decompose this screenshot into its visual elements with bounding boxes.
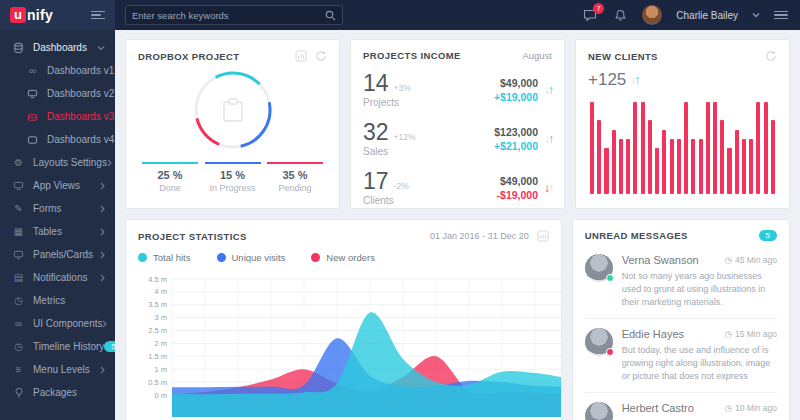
sender-name: Eddie Hayes <box>622 328 684 340</box>
income-delta: +$19,000 <box>494 91 538 103</box>
clock-icon: ◷ <box>12 295 25 306</box>
bar <box>612 130 616 194</box>
sidebar-item-dashboards-v4[interactable]: Dashboards v4 <box>0 128 115 151</box>
user-avatar[interactable] <box>642 7 662 23</box>
sidebar-item-timeline-history[interactable]: ◷ Timeline History 5 <box>0 335 115 358</box>
stat-pending: 35 % Pending <box>267 162 323 193</box>
refresh-icon[interactable] <box>765 50 777 62</box>
income-pct: -2% <box>394 181 409 191</box>
chevron-right-icon <box>100 274 105 282</box>
sidebar-item-layouts-settings[interactable]: ⚙ Layouts Settings <box>0 151 115 174</box>
sidebar-item-forms[interactable]: ✎ Forms <box>0 197 115 220</box>
sidebar-item-dashboards[interactable]: Dashboards <box>0 36 115 59</box>
unread-count-badge: 5 <box>759 230 777 241</box>
bar <box>648 120 652 194</box>
message-text: Not so many years ago businesses used to… <box>622 270 777 309</box>
sidebar-item-dashboards-v1[interactable]: ∞ Dashboards v1 <box>0 59 115 82</box>
chevron-right-icon <box>107 159 112 167</box>
sidebar: Dashboards ∞ Dashboards v1 Dashboards v2 <box>0 30 115 420</box>
lightbulb-icon <box>12 387 25 399</box>
legend-dot <box>217 253 226 262</box>
sender-name: Verna Swanson <box>622 254 699 266</box>
message-item[interactable]: Eddie Hayes ◷15 Min ago But today, the u… <box>585 319 777 393</box>
message-item[interactable]: Herbert Castro ◷10 Min ago But today, th… <box>585 393 777 420</box>
user-name[interactable]: Charlie Bailey <box>676 10 738 21</box>
bar <box>597 120 601 194</box>
sidebar-item-app-views[interactable]: App Views <box>0 174 115 197</box>
sidebar-item-notifications[interactable]: ▤ Notifications <box>0 266 115 289</box>
date-range[interactable]: 01 Jan 2016 - 31 Dec 20 <box>430 231 529 241</box>
message-text: But today, the use and influence of is g… <box>622 344 777 383</box>
sidebar-item-label: UI Components <box>33 318 102 329</box>
svg-text:3 m: 3 m <box>154 313 167 322</box>
sidebar-item-dashboards-v3[interactable]: Dashboards v3 <box>0 105 115 128</box>
chart-legend: Total hits Unique visits New orders <box>138 252 549 263</box>
sidebar-item-tables[interactable]: ▦ Tables <box>0 220 115 243</box>
topbar-actions: 7 Charlie Bailey <box>582 0 800 30</box>
sidebar-item-label: Dashboards <box>33 42 97 53</box>
sidebar-item-metrics[interactable]: ◷ Metrics <box>0 289 115 312</box>
sidebar-item-panels-cards[interactable]: Panels/Cards <box>0 243 115 266</box>
trend-arrows: ↓↑ <box>544 133 552 145</box>
income-pct: +12% <box>394 132 416 142</box>
project-statistics-card: PROJECT STATISTICS 01 Jan 2016 - 31 Dec … <box>125 219 562 420</box>
chevron-down-icon <box>97 45 105 51</box>
clock-icon: ◷ <box>725 403 732 413</box>
monitor-icon <box>12 181 25 191</box>
refresh-icon[interactable] <box>315 50 327 62</box>
settings-menu-icon[interactable] <box>774 11 788 20</box>
bar <box>641 102 645 194</box>
bar <box>727 148 731 194</box>
legend-unique-visits[interactable]: Unique visits <box>217 252 286 263</box>
income-period[interactable]: August <box>522 50 552 61</box>
trend-arrows: ↓↑ <box>630 74 638 86</box>
arrow-up-icon: ↑ <box>634 73 638 87</box>
income-amount: $123,000 <box>494 126 538 138</box>
bar <box>626 139 630 194</box>
dropbox-project-card: DROPBOX PROJECT 25 % Done <box>125 39 340 209</box>
sender-name: Herbert Castro <box>622 402 694 414</box>
chart-box-icon[interactable] <box>537 230 549 242</box>
bar <box>655 148 659 194</box>
pencil-icon: ✎ <box>12 203 25 214</box>
sidebar-item-packages[interactable]: Packages <box>0 381 115 404</box>
logo[interactable]: u nify <box>10 7 53 23</box>
income-amount: $49,000 <box>497 175 538 187</box>
messages-count-badge: 7 <box>593 3 604 14</box>
new-clients-bar-chart <box>588 102 777 194</box>
bar <box>771 120 775 194</box>
messages-button[interactable]: 7 <box>582 7 598 23</box>
stat-label: Done <box>142 183 198 193</box>
notifications-button[interactable] <box>612 7 628 23</box>
sidebar-item-dashboards-v2[interactable]: Dashboards v2 <box>0 82 115 105</box>
arrow-up-icon: ↑ <box>548 181 552 195</box>
frame-icon <box>26 135 39 145</box>
bar <box>590 102 594 194</box>
legend-new-orders[interactable]: New orders <box>311 252 375 263</box>
sidebar-item-ui-components[interactable]: ∞ UI Components <box>0 312 115 335</box>
chevron-down-icon[interactable] <box>752 12 760 18</box>
search-box[interactable] <box>125 5 343 25</box>
sidebar-item-label: Packages <box>33 387 105 398</box>
sidebar-toggle-icon[interactable] <box>91 11 105 20</box>
logo-mark: u <box>10 7 26 23</box>
main-content: DROPBOX PROJECT 25 % Done <box>115 30 800 420</box>
legend-label: Total hits <box>153 252 191 263</box>
search-area <box>115 0 582 30</box>
sidebar-item-menu-levels[interactable]: ≡ Menu Levels <box>0 358 115 381</box>
sidebar-item-label: Dashboards v3 <box>47 111 114 122</box>
card-title: PROJECTS INCOME <box>363 50 461 61</box>
search-input[interactable] <box>132 10 325 21</box>
legend-dot <box>138 253 147 262</box>
chevron-right-icon <box>100 205 105 213</box>
search-icon[interactable] <box>325 10 336 21</box>
avatar <box>585 328 613 356</box>
stat-done: 25 % Done <box>142 162 198 193</box>
chart-box-icon[interactable] <box>295 50 307 62</box>
income-value: 17 <box>363 170 389 193</box>
bar <box>742 139 746 194</box>
message-item[interactable]: Verna Swanson ◷45 Min ago Not so many ye… <box>585 245 777 319</box>
sidebar-item-label: Dashboards v4 <box>47 134 114 145</box>
legend-total-hits[interactable]: Total hits <box>138 252 191 263</box>
income-amount: $49,000 <box>494 77 538 89</box>
